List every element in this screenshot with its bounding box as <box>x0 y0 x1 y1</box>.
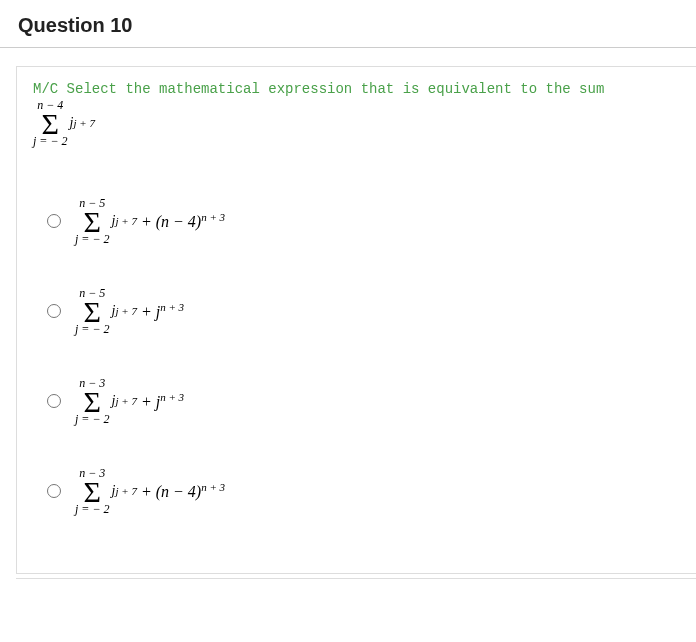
question-title: Question 10 <box>18 14 678 37</box>
tail-prefix: + j <box>141 393 160 410</box>
option-row[interactable]: n − 3 Σ j = − 2 jj + 7 + (n − 4)n + 3 <box>33 467 680 515</box>
tail-exp: n + 3 <box>201 211 225 223</box>
tail-prefix: + (n − 4) <box>141 483 201 500</box>
body-exp: j + 7 <box>115 485 136 497</box>
option-row[interactable]: n − 3 Σ j = − 2 jj + 7 + jn + 3 <box>33 377 680 425</box>
question-panel: M/C Select the mathematical expression t… <box>16 66 696 574</box>
sigma-lower: j = − 2 <box>75 323 110 335</box>
option-math-4: n − 3 Σ j = − 2 jj + 7 + (n − 4)n + 3 <box>75 467 225 515</box>
radio-opt3[interactable] <box>47 394 61 408</box>
prompt-expression: n − 4 Σ j = − 2 jj + 7 <box>33 99 680 147</box>
radio-opt1[interactable] <box>47 214 61 228</box>
option-math-1: n − 5 Σ j = − 2 jj + 7 + (n − 4)n + 3 <box>75 197 225 245</box>
options-group: n − 5 Σ j = − 2 jj + 7 + (n − 4)n + 3 <box>33 197 680 515</box>
sigma-lower: j = − 2 <box>33 135 68 147</box>
tail-prefix: + j <box>141 303 160 320</box>
option-math-3: n − 3 Σ j = − 2 jj + 7 + jn + 3 <box>75 377 184 425</box>
prompt-sigma: n − 4 Σ j = − 2 jj + 7 <box>33 99 95 147</box>
body-exp: j + 7 <box>115 305 136 317</box>
sigma-column: n − 4 Σ j = − 2 <box>33 99 68 147</box>
tail-exp: n + 3 <box>160 301 184 313</box>
option-math-2: n − 5 Σ j = − 2 jj + 7 + jn + 3 <box>75 287 184 335</box>
prompt-text: M/C Select the mathematical expression t… <box>33 81 680 97</box>
body-exp: j + 7 <box>115 395 136 407</box>
tail-exp: n + 3 <box>201 481 225 493</box>
sigma-lower: j = − 2 <box>75 233 110 245</box>
radio-opt4[interactable] <box>47 484 61 498</box>
body-exp: j + 7 <box>73 117 94 129</box>
tail-exp: n + 3 <box>160 391 184 403</box>
tail-prefix: + (n − 4) <box>141 213 201 230</box>
sigma-body: jj + 7 <box>70 115 95 131</box>
body-exp: j + 7 <box>115 215 136 227</box>
bottom-divider <box>16 578 696 579</box>
option-row[interactable]: n − 5 Σ j = − 2 jj + 7 + jn + 3 <box>33 287 680 335</box>
sigma-lower: j = − 2 <box>75 503 110 515</box>
radio-opt2[interactable] <box>47 304 61 318</box>
question-header: Question 10 <box>0 0 696 48</box>
option-row[interactable]: n − 5 Σ j = − 2 jj + 7 + (n − 4)n + 3 <box>33 197 680 245</box>
sigma-lower: j = − 2 <box>75 413 110 425</box>
